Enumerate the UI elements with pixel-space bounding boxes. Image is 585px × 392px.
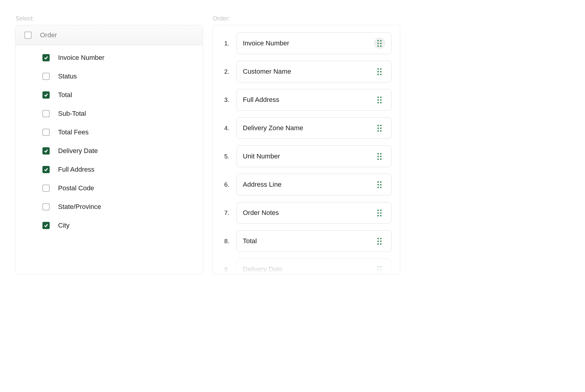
order-row: 9.Delivery Date — [221, 259, 392, 274]
select-panel-wrap: Select: Order Invoice NumberStatusTotalS… — [15, 15, 203, 274]
field-config-container: Select: Order Invoice NumberStatusTotalS… — [15, 15, 400, 274]
select-row: Full Address — [15, 160, 203, 179]
field-checkbox[interactable] — [42, 203, 50, 210]
field-label: Status — [58, 72, 77, 80]
field-checkbox[interactable] — [42, 91, 50, 99]
field-label: City — [58, 222, 70, 229]
field-label: Total Fees — [58, 128, 89, 136]
order-row: 5.Unit Number — [221, 145, 392, 167]
order-item[interactable]: Delivery Date — [237, 259, 392, 274]
order-number: 7. — [221, 210, 229, 216]
order-number: 9. — [221, 266, 229, 273]
order-item[interactable]: Order Notes — [237, 202, 392, 224]
drag-handle-icon[interactable] — [374, 235, 385, 247]
field-checkbox[interactable] — [42, 185, 50, 192]
field-checkbox[interactable] — [42, 222, 50, 229]
field-label: Delivery Date — [58, 147, 98, 155]
order-item-label: Unit Number — [243, 152, 280, 160]
order-row: 1.Invoice Number — [221, 32, 392, 54]
order-item-label: Delivery Date — [243, 265, 283, 273]
drag-handle-icon[interactable] — [374, 179, 385, 190]
select-row: Total Fees — [15, 123, 203, 142]
select-list: Invoice NumberStatusTotalSub-TotalTotal … — [15, 45, 203, 238]
order-row: 7.Order Notes — [221, 202, 392, 224]
field-checkbox[interactable] — [42, 54, 50, 61]
drag-handle-icon[interactable] — [374, 122, 385, 134]
field-label: State/Province — [58, 203, 101, 211]
order-item[interactable]: Delivery Zone Name — [237, 117, 392, 139]
order-row: 8.Total — [221, 230, 392, 252]
select-panel-title: Select: — [15, 15, 203, 22]
select-row: Status — [15, 67, 203, 86]
order-number: 5. — [221, 153, 229, 160]
select-row: Total — [15, 86, 203, 104]
field-checkbox[interactable] — [42, 73, 50, 80]
order-panel-inner: 1.Invoice Number2.Customer Name3.Full Ad… — [212, 25, 400, 274]
field-label: Sub-Total — [58, 110, 86, 118]
drag-handle-icon[interactable] — [374, 66, 385, 77]
field-checkbox[interactable] — [42, 147, 50, 155]
order-item[interactable]: Unit Number — [237, 145, 392, 167]
order-item-label: Delivery Zone Name — [243, 124, 303, 132]
drag-handle-icon[interactable] — [374, 151, 385, 162]
order-panel: 1.Invoice Number2.Customer Name3.Full Ad… — [212, 25, 400, 274]
order-number: 3. — [221, 96, 229, 103]
select-all-checkbox[interactable] — [24, 32, 32, 39]
order-item[interactable]: Invoice Number — [237, 32, 392, 54]
field-label: Invoice Number — [58, 54, 104, 62]
order-item-label: Order Notes — [243, 209, 279, 217]
drag-handle-icon[interactable] — [374, 264, 385, 274]
order-item-label: Customer Name — [243, 68, 291, 75]
select-row: City — [15, 216, 203, 235]
order-number: 2. — [221, 68, 229, 75]
select-panel-inner: Order Invoice NumberStatusTotalSub-Total… — [15, 25, 203, 274]
select-row: Invoice Number — [15, 48, 203, 67]
order-row: 6.Address Line — [221, 174, 392, 195]
order-panel-wrap: Order: 1.Invoice Number2.Customer Name3.… — [212, 15, 400, 274]
order-list: 1.Invoice Number2.Customer Name3.Full Ad… — [212, 25, 400, 274]
order-item[interactable]: Customer Name — [237, 61, 392, 82]
select-row: Postal Code — [15, 179, 203, 198]
order-row: 4.Delivery Zone Name — [221, 117, 392, 139]
select-row: Delivery Date — [15, 142, 203, 160]
select-header-label: Order — [40, 31, 57, 39]
field-checkbox[interactable] — [42, 166, 50, 173]
order-row: 2.Customer Name — [221, 61, 392, 82]
order-item[interactable]: Full Address — [237, 89, 392, 111]
order-panel-title: Order: — [212, 15, 400, 22]
select-panel: Order Invoice NumberStatusTotalSub-Total… — [15, 25, 203, 274]
field-checkbox[interactable] — [42, 129, 50, 136]
order-item-label: Invoice Number — [243, 39, 289, 47]
select-row: State/Province — [15, 198, 203, 216]
drag-handle-icon[interactable] — [374, 38, 385, 49]
order-item[interactable]: Address Line — [237, 174, 392, 195]
order-number: 1. — [221, 40, 229, 47]
field-checkbox[interactable] — [42, 110, 50, 117]
order-item[interactable]: Total — [237, 230, 392, 252]
order-number: 4. — [221, 125, 229, 132]
drag-handle-icon[interactable] — [374, 94, 385, 106]
drag-handle-icon[interactable] — [374, 207, 385, 219]
order-item-label: Address Line — [243, 181, 281, 188]
order-number: 6. — [221, 181, 229, 188]
select-row: Sub-Total — [15, 104, 203, 123]
field-label: Total — [58, 91, 72, 99]
order-row: 3.Full Address — [221, 89, 392, 111]
field-label: Postal Code — [58, 184, 94, 192]
order-number: 8. — [221, 238, 229, 245]
field-label: Full Address — [58, 166, 94, 173]
order-item-label: Full Address — [243, 96, 279, 104]
select-header-row: Order — [15, 25, 203, 45]
order-item-label: Total — [243, 237, 257, 245]
